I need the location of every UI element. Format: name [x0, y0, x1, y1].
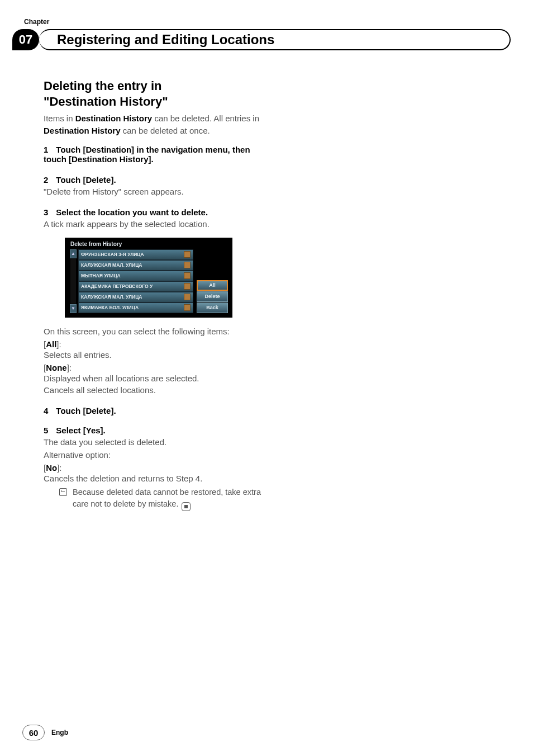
- step-2: 2Touch [Delete].: [44, 175, 267, 185]
- intro-pre: Items in: [44, 114, 75, 123]
- step3-text: Select the location you want to delete.: [56, 207, 208, 217]
- checkbox-icon[interactable]: [184, 251, 191, 258]
- list-item-label: АКАДЕМИКА ПЕТРОВСКОГО У: [81, 284, 153, 289]
- list-item-label: ФРУНЗЕНСКАЯ 3-Я УЛИЦА: [81, 252, 144, 257]
- option-no-label: No: [46, 463, 57, 472]
- option-no: [No]:: [44, 463, 267, 472]
- list-item[interactable]: МЫТНАЯ УЛИЦА: [78, 271, 193, 281]
- scroll-track[interactable]: [70, 259, 76, 304]
- list-item-label: ЯКИМАНКА БОЛ. УЛИЦА: [81, 305, 139, 310]
- intro-mid: can be deleted. All entries in: [152, 114, 259, 123]
- step2-number: 2: [44, 175, 56, 185]
- destination-history-term-1: Destination History: [75, 114, 153, 123]
- step3-followup: A tick mark appears by the selected loca…: [44, 218, 267, 230]
- heading-line2: "Destination History": [44, 94, 168, 108]
- note-text: Because deleted data cannot be restored,…: [73, 488, 261, 508]
- scroll-up-icon[interactable]: ▲: [70, 249, 77, 258]
- screenshot-title: Delete from History: [69, 241, 228, 247]
- list-item[interactable]: ЯКИМАНКА БОЛ. УЛИЦА: [78, 303, 193, 313]
- step5-text: Select [Yes].: [56, 426, 105, 435]
- page-language: Engb: [51, 729, 68, 736]
- end-section-icon: [182, 502, 191, 511]
- note: Because deleted data cannot be restored,…: [44, 486, 267, 511]
- option-none-desc1: Displayed when all locations are selecte…: [44, 372, 267, 384]
- step2-text: Touch [Delete].: [56, 175, 116, 185]
- chapter-number-tab: 07: [12, 29, 39, 50]
- scroll-down-icon[interactable]: ▼: [70, 304, 77, 313]
- step5-number: 5: [44, 426, 56, 435]
- intro-post: can be deleted at once.: [121, 126, 210, 135]
- intro-paragraph: Items in Destination History can be dele…: [44, 112, 267, 137]
- alternative-option-label: Alternative option:: [44, 449, 267, 461]
- step-4: 4Touch [Delete].: [44, 406, 267, 415]
- list-item-label: МЫТНАЯ УЛИЦА: [81, 273, 121, 278]
- checkbox-icon[interactable]: [184, 262, 191, 268]
- option-none-label: None: [46, 363, 67, 372]
- step4-text: Touch [Delete].: [56, 406, 116, 415]
- option-none-desc2: Cancels all selected locations.: [44, 384, 267, 396]
- note-bullet-icon: [59, 488, 67, 496]
- step-3: 3Select the location you want to delete.: [44, 207, 267, 217]
- all-button[interactable]: All: [197, 280, 228, 291]
- list-item[interactable]: КАЛУЖСКАЯ МАЛ. УЛИЦА: [78, 260, 193, 271]
- checkbox-icon[interactable]: [184, 304, 191, 311]
- list-item[interactable]: ФРУНЗЕНСКАЯ 3-Я УЛИЦА: [78, 249, 193, 260]
- step5-followup: The data you selected is deleted.: [44, 436, 267, 448]
- back-button[interactable]: Back: [197, 303, 228, 313]
- list-item[interactable]: АКАДЕМИКА ПЕТРОВСКОГО У: [78, 281, 193, 292]
- step4-number: 4: [44, 406, 56, 415]
- step-1: 1Touch [Destination] in the navigation m…: [44, 145, 267, 164]
- device-screenshot: Delete from History ▲ ▼ ФРУНЗЕНСКАЯ 3-Я …: [65, 238, 267, 318]
- destination-history-term-2: Destination History: [44, 126, 121, 135]
- delete-button[interactable]: Delete: [197, 291, 228, 302]
- option-all-desc: Selects all entries.: [44, 349, 267, 361]
- list-item-label: КАЛУЖСКАЯ МАЛ. УЛИЦА: [81, 294, 142, 300]
- post-screenshot-lead: On this screen, you can select the follo…: [44, 325, 267, 337]
- step3-number: 3: [44, 207, 56, 217]
- heading-line1: Deleting the entry in: [44, 79, 161, 93]
- checkbox-icon[interactable]: [184, 283, 191, 290]
- list-item-label: КАЛУЖСКАЯ МАЛ. УЛИЦА: [81, 262, 142, 268]
- page-footer: 60 Engb: [22, 725, 68, 740]
- option-no-desc: Cancels the deletion and returns to Step…: [44, 472, 267, 484]
- step-5: 5Select [Yes].: [44, 426, 267, 435]
- list-item[interactable]: КАЛУЖСКАЯ МАЛ. УЛИЦА: [78, 292, 193, 303]
- step1-number: 1: [44, 145, 56, 154]
- step1-text: Touch [Destination] in the navigation me…: [44, 145, 250, 164]
- chapter-label: Chapter: [24, 18, 49, 26]
- page-number: 60: [22, 725, 45, 740]
- page-title: Registering and Editing Locations: [57, 32, 274, 48]
- page-header: Registering and Editing Locations: [39, 29, 511, 50]
- checkbox-icon[interactable]: [184, 294, 191, 300]
- option-none: [None]:: [44, 363, 267, 372]
- main-content: Deleting the entry in "Destination Histo…: [44, 78, 267, 511]
- option-all-label: All: [46, 339, 56, 349]
- scrollbar[interactable]: ▲ ▼: [69, 249, 77, 313]
- step2-followup: "Delete from History" screen appears.: [44, 186, 267, 197]
- option-all: [All]:: [44, 339, 267, 349]
- section-heading: Deleting the entry in "Destination Histo…: [44, 78, 267, 109]
- checkbox-icon[interactable]: [184, 272, 191, 279]
